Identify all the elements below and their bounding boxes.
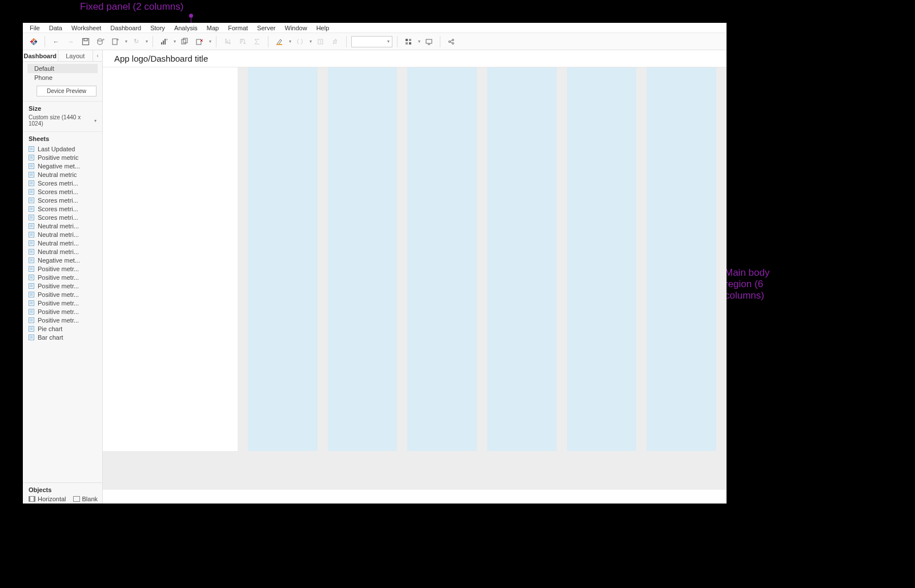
svg-text:+: + [166, 38, 168, 42]
object-horizontal[interactable]: Horizontal [29, 496, 66, 502]
sheet-label: Positive metr... [38, 308, 79, 315]
group-dropdown-icon[interactable]: ▾ [310, 39, 312, 44]
presentation-icon[interactable] [423, 35, 435, 48]
menu-dashboard[interactable]: Dashboard [106, 23, 146, 33]
new-datasource-icon[interactable]: + [94, 35, 107, 48]
sheet-item[interactable]: ⊞Neutral metri... [23, 221, 102, 230]
menu-file[interactable]: File [25, 23, 45, 33]
tableau-logo-icon[interactable] [27, 35, 40, 48]
swap-dropdown-icon[interactable]: ▾ [174, 39, 176, 44]
svg-rect-8 [83, 38, 89, 45]
fixed-panel-column[interactable] [103, 67, 238, 451]
labels-icon[interactable]: T [314, 35, 327, 48]
device-default[interactable]: Default [27, 64, 98, 73]
sheet-item[interactable]: ⊞Positive metr... [23, 307, 102, 316]
menu-worksheet[interactable]: Worksheet [67, 23, 106, 33]
svg-rect-7 [35, 40, 37, 43]
back-icon[interactable]: ← [50, 35, 62, 48]
main-column-3[interactable] [407, 67, 477, 451]
sheet-item[interactable]: ⊞Scores metri... [23, 204, 102, 213]
collapse-sidebar-icon[interactable]: ‹ [93, 50, 102, 61]
worksheet-icon: ⊞ [29, 206, 34, 212]
menu-help[interactable]: Help [312, 23, 334, 33]
refresh-icon[interactable]: ↻ [130, 35, 142, 48]
show-me-icon[interactable] [402, 35, 415, 48]
main-column-1[interactable] [248, 67, 318, 451]
sheet-label: Positive metr... [38, 283, 79, 289]
worksheet-icon: ⊞ [29, 266, 34, 272]
save-icon[interactable] [79, 35, 92, 48]
sheet-item[interactable]: ⊞Bar chart [23, 333, 102, 341]
device-phone[interactable]: Phone [23, 73, 102, 82]
highlight-dropdown-icon[interactable]: ▾ [289, 39, 291, 44]
duplicate-icon[interactable] [178, 35, 191, 48]
share-icon[interactable] [445, 35, 457, 48]
main-column-2[interactable] [328, 67, 398, 451]
highlight-icon[interactable] [273, 35, 286, 48]
menu-format[interactable]: Format [223, 23, 252, 33]
toolbar: ← → + + ▾ ↻ ▾ + ▾ ▾ ▾ ▾ T ▾ ▾ [23, 33, 727, 50]
sheet-item[interactable]: ⊞Scores metri... [23, 213, 102, 221]
svg-rect-27 [409, 39, 411, 41]
main-column-6[interactable] [647, 67, 716, 451]
menu-window[interactable]: Window [280, 23, 312, 33]
sheet-item[interactable]: ⊞Positive metr... [23, 316, 102, 324]
main-column-4[interactable] [487, 67, 557, 451]
sheet-item[interactable]: ⊞Negative met... [23, 162, 102, 170]
sheet-item[interactable]: ⊞Positive metr... [23, 299, 102, 307]
object-blank[interactable]: Blank [73, 496, 98, 502]
sort-asc-icon[interactable] [221, 35, 234, 48]
clear-icon[interactable] [193, 35, 206, 48]
sort-desc-icon[interactable] [236, 35, 248, 48]
svg-rect-9 [84, 38, 87, 41]
pin-icon[interactable] [329, 35, 342, 48]
sheet-item[interactable]: ⊞Scores metri... [23, 179, 102, 187]
tab-layout[interactable]: Layout [58, 50, 94, 61]
clear-dropdown-icon[interactable]: ▾ [209, 39, 211, 44]
sheet-item[interactable]: ⊞Positive metr... [23, 264, 102, 273]
show-me-dropdown-icon[interactable]: ▾ [418, 39, 420, 44]
sheet-item[interactable]: ⊞Neutral metri... [23, 239, 102, 247]
sheet-item[interactable]: ⊞Positive metr... [23, 273, 102, 281]
sheet-item[interactable]: ⊞Positive metric [23, 153, 102, 162]
sheet-label: Scores metri... [38, 206, 78, 212]
fit-dropdown[interactable]: ▾ [351, 36, 392, 47]
menu-data[interactable]: Data [45, 23, 67, 33]
sheet-item[interactable]: ⊞Scores metri... [23, 187, 102, 196]
totals-icon[interactable] [251, 35, 263, 48]
svg-rect-26 [406, 39, 408, 41]
new-worksheet-dropdown-icon[interactable]: ▾ [125, 39, 127, 44]
sheet-item[interactable]: ⊞Neutral metri... [23, 230, 102, 239]
sheet-item[interactable]: ⊞Positive metr... [23, 290, 102, 299]
sheet-item[interactable]: ⊞Neutral metric [23, 170, 102, 179]
sheet-item[interactable]: ⊞Last Updated [23, 144, 102, 153]
sheet-item[interactable]: ⊞Pie chart [23, 324, 102, 333]
svg-rect-15 [163, 41, 164, 45]
device-preview-button[interactable]: Device Preview [37, 86, 97, 96]
menu-analysis[interactable]: Analysis [170, 23, 202, 33]
main-column-5[interactable] [567, 67, 637, 451]
size-dropdown[interactable]: Custom size (1440 x 1024) ▾ [29, 114, 97, 127]
swap-icon[interactable]: + [158, 35, 170, 48]
menu-story[interactable]: Story [146, 23, 170, 33]
menu-map[interactable]: Map [202, 23, 223, 33]
group-icon[interactable] [294, 35, 306, 48]
sheet-item[interactable]: ⊞Negative met... [23, 256, 102, 264]
forward-icon[interactable]: → [65, 35, 77, 48]
worksheet-icon: ⊞ [29, 180, 34, 186]
worksheet-icon: ⊞ [29, 189, 34, 195]
sheet-item[interactable]: ⊞Positive metr... [23, 281, 102, 290]
sheet-item[interactable]: ⊞Neutral metri... [23, 247, 102, 256]
sheet-label: Last Updated [38, 146, 75, 152]
worksheet-icon: ⊞ [29, 155, 34, 160]
sheet-label: Positive metr... [38, 274, 79, 281]
refresh-dropdown-icon[interactable]: ▾ [146, 39, 148, 44]
tab-dashboard[interactable]: Dashboard [23, 50, 58, 61]
dashboard-title[interactable]: App logo/Dashboard title [103, 50, 727, 67]
sheet-item[interactable]: ⊞Scores metri... [23, 196, 102, 204]
dashboard-canvas[interactable]: App logo/Dashboard title [103, 50, 727, 504]
new-worksheet-icon[interactable]: + [109, 35, 122, 48]
horizontal-container-icon [29, 496, 35, 502]
sheet-label: Positive metr... [38, 265, 79, 272]
menu-server[interactable]: Server [252, 23, 280, 33]
